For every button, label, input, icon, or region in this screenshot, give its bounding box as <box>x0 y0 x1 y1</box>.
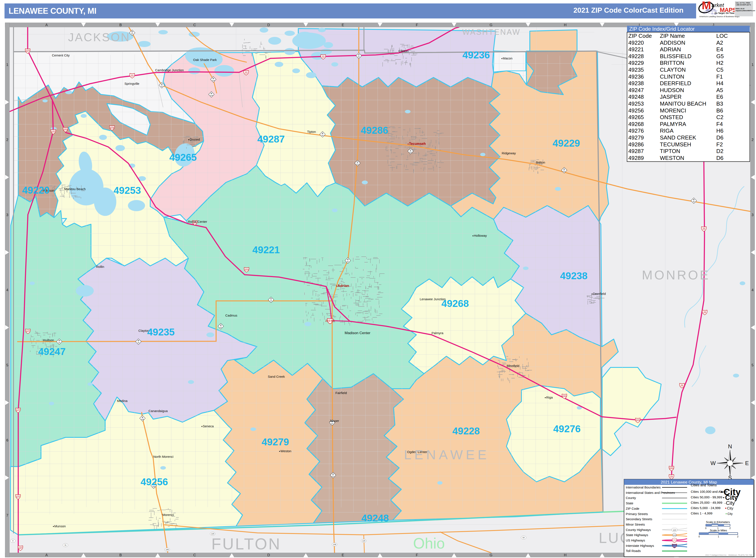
svg-text:Riga: Riga <box>546 396 553 399</box>
svg-text:123: 123 <box>673 545 676 547</box>
svg-text:MONROE: MONROE <box>642 268 710 282</box>
svg-text:RIGA: RIGA <box>660 127 674 134</box>
svg-text:State Highways: State Highways <box>626 533 648 537</box>
svg-text:BLISSFIELD: BLISSFIELD <box>660 53 692 59</box>
svg-text:123: 123 <box>673 529 676 531</box>
svg-text:49221: 49221 <box>628 46 644 53</box>
svg-text:Palmyra: Palmyra <box>432 331 444 335</box>
svg-text:E6: E6 <box>716 94 723 100</box>
svg-text:M: M <box>693 199 695 200</box>
svg-text:H: H <box>564 553 567 557</box>
svg-text:M: M <box>132 31 133 33</box>
svg-text:52: 52 <box>347 260 349 262</box>
svg-text:WASHTENAW: WASHTENAW <box>462 28 520 36</box>
svg-text:2021 ZIP Code ColorCast Editio: 2021 ZIP Code ColorCast Edition <box>573 6 683 14</box>
svg-text:49238: 49238 <box>628 80 644 86</box>
svg-text:H6: H6 <box>716 127 723 134</box>
svg-text:49276: 49276 <box>628 127 644 134</box>
svg-text:49256: 49256 <box>140 476 168 487</box>
svg-text:52: 52 <box>331 423 333 425</box>
svg-text:49276: 49276 <box>553 423 581 434</box>
svg-text:127: 127 <box>51 130 55 133</box>
svg-text:49287: 49287 <box>257 133 285 145</box>
svg-text:50: 50 <box>563 170 565 172</box>
svg-text:G: G <box>490 553 492 557</box>
svg-text:2021 © Intelligent Direct Inc.: 2021 © Intelligent Direct Inc. - Middlet… <box>705 554 753 556</box>
svg-text:4: 4 <box>752 288 753 292</box>
svg-text:Scale in Kilometers: Scale in Kilometers <box>706 521 730 524</box>
svg-text:A: A <box>45 23 48 27</box>
svg-text:Blissfield: Blissfield <box>507 364 519 367</box>
svg-text:F: F <box>416 553 418 557</box>
svg-text:LENAWEE: LENAWEE <box>404 447 490 462</box>
svg-text:M: M <box>161 83 162 85</box>
svg-text:MANITOU BEACH: MANITOU BEACH <box>660 100 706 107</box>
svg-text:M: M <box>220 325 221 326</box>
svg-text:LENAWEE COUNTY, MI: LENAWEE COUNTY, MI <box>8 6 96 16</box>
svg-text:Primary Streets: Primary Streets <box>626 512 648 516</box>
svg-text:12: 12 <box>322 55 324 58</box>
svg-text:Rome Center: Rome Center <box>188 220 207 223</box>
svg-text:G: G <box>490 23 492 27</box>
svg-text:Oak Shade Park: Oak Shade Park <box>193 58 217 61</box>
svg-text:TECUMSEH: TECUMSEH <box>660 141 691 148</box>
svg-text:7: 7 <box>6 513 8 517</box>
svg-text:49256: 49256 <box>628 107 644 114</box>
svg-text:Onsted: Onsted <box>189 137 200 141</box>
svg-text:Tecumseh: Tecumseh <box>409 142 426 146</box>
svg-text:64: 64 <box>523 536 525 539</box>
svg-text:Fairfield: Fairfield <box>335 391 347 395</box>
svg-text:0: 0 <box>699 535 700 538</box>
svg-text:12: 12 <box>245 71 247 74</box>
svg-text:LOC: LOC <box>716 33 728 39</box>
svg-text:M: M <box>322 133 323 134</box>
svg-text:JASPER: JASPER <box>660 94 681 100</box>
svg-text:C5: C5 <box>716 67 723 73</box>
svg-text:Cambridge Junction: Cambridge Junction <box>155 68 184 72</box>
svg-text:108: 108 <box>166 549 169 551</box>
svg-text:49236: 49236 <box>628 73 644 80</box>
svg-text:127: 127 <box>26 330 30 332</box>
svg-text:Madison Center: Madison Center <box>345 331 370 335</box>
svg-text:1: 1 <box>752 63 753 67</box>
svg-text:1: 1 <box>6 63 8 67</box>
svg-text:50: 50 <box>322 134 323 136</box>
svg-text:2: 2 <box>752 138 753 142</box>
svg-text:C2: C2 <box>716 114 723 120</box>
svg-text:BRITTON: BRITTON <box>660 60 684 66</box>
svg-text:HUDSON: HUDSON <box>660 87 684 93</box>
svg-text:49286: 49286 <box>361 125 388 136</box>
svg-text:North Morenci: North Morenci <box>153 455 174 458</box>
svg-text:52: 52 <box>358 56 360 58</box>
svg-text:W: W <box>710 460 716 466</box>
svg-text:Weston: Weston <box>281 449 291 453</box>
svg-text:Springville: Springville <box>125 82 139 85</box>
svg-text:123: 123 <box>673 534 676 536</box>
svg-text:Morenci: Morenci <box>162 513 174 516</box>
svg-text:Tipton: Tipton <box>307 130 316 133</box>
svg-text:CLAYTON: CLAYTON <box>660 67 686 73</box>
svg-text:Macon: Macon <box>503 56 513 60</box>
svg-text:8: 8 <box>12 540 14 542</box>
svg-text:E: E <box>342 23 344 27</box>
svg-text:Jasper: Jasper <box>330 419 339 423</box>
svg-text:50: 50 <box>131 33 133 35</box>
svg-text:49279: 49279 <box>262 436 289 448</box>
svg-text:E4: E4 <box>716 46 723 53</box>
svg-text:County Highways: County Highways <box>626 528 651 532</box>
svg-text:E: E <box>342 553 344 557</box>
svg-text:F1: F1 <box>716 73 723 80</box>
svg-text:ONSTED: ONSTED <box>660 114 683 120</box>
svg-text:127: 127 <box>26 50 30 52</box>
svg-text:Ohio: Ohio <box>413 535 445 552</box>
svg-text:Britton: Britton <box>536 160 545 164</box>
svg-text:Cement City: Cement City <box>52 53 70 57</box>
svg-text:120: 120 <box>211 533 214 535</box>
svg-text:12: 12 <box>131 74 133 77</box>
svg-text:Munson: Munson <box>54 524 66 528</box>
svg-text:Canandaigua: Canandaigua <box>149 409 168 413</box>
svg-text:D2: D2 <box>716 148 723 154</box>
svg-text:A5: A5 <box>716 87 723 93</box>
svg-text:A: A <box>45 553 48 557</box>
svg-text:34: 34 <box>220 326 222 328</box>
